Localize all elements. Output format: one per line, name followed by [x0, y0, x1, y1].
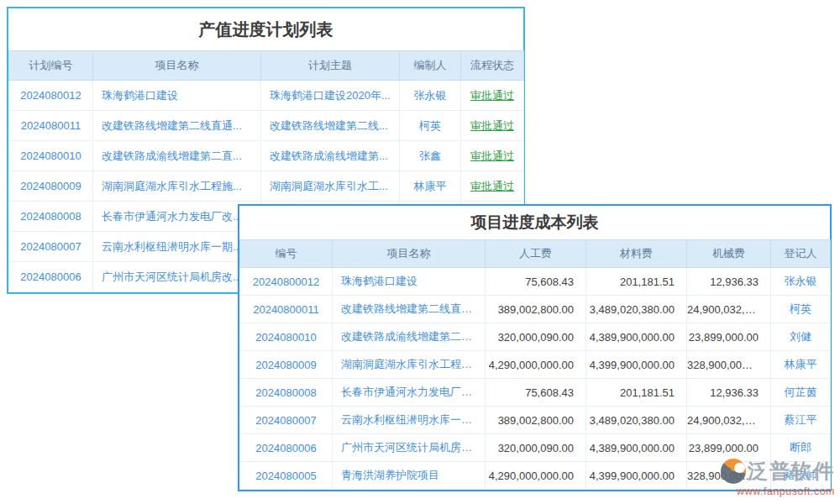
- material-cost: 3,489,020,380.00: [586, 407, 687, 434]
- plan-preparer: 林康平: [400, 171, 461, 202]
- plan-project-link[interactable]: 改建铁路线增建第二线直通...: [93, 111, 261, 141]
- plan-project-link[interactable]: 云南水利枢纽潜明水库一期...: [93, 232, 261, 262]
- registrant: 刘健: [771, 323, 831, 351]
- labor-cost: 320,000,090.00: [486, 323, 586, 351]
- plan-id-link[interactable]: 2024080009: [9, 171, 93, 202]
- labor-cost: 320,000,090.00: [486, 434, 586, 462]
- plan-project-link[interactable]: 湖南洞庭湖水库引水工程施...: [93, 171, 261, 202]
- plan-preparer: 张鑫: [400, 141, 461, 171]
- plan-subject-link[interactable]: 改建铁路成渝线增建第...: [261, 141, 400, 171]
- cost-table: 编号 项目名称 人工费 材料费 机械费 登记人 20240800012 珠海鹤港…: [239, 239, 831, 490]
- table-row: 20240800012 珠海鹤港口建设 75,608.43 201,181.51…: [240, 268, 831, 296]
- plan-project-link[interactable]: 改建铁路成渝线增建第二直...: [93, 141, 261, 171]
- cost-col-id: 编号: [240, 240, 333, 268]
- plan-col-status: 流程状态: [461, 51, 524, 81]
- cost-project-link[interactable]: 云南水利枢纽潜明水库一期工...: [333, 407, 486, 434]
- cost-project-link[interactable]: 改建铁路线增建第二线直通线...: [333, 296, 486, 323]
- registrant: 林康平: [771, 351, 831, 379]
- plan-subject-link[interactable]: 珠海鹤港口建设2020年...: [261, 81, 400, 111]
- plan-status-link[interactable]: 审批通过: [461, 81, 524, 111]
- machine-cost: 12,936.33: [687, 379, 771, 407]
- labor-cost: 75,608.43: [486, 268, 586, 296]
- plan-list-title: 产值进度计划列表: [8, 8, 523, 50]
- registrant: 断郎: [771, 434, 831, 462]
- table-row: 2024080007 云南水利枢纽潜明水库一期工... 389,002,800.…: [240, 407, 831, 434]
- plan-col-subject: 计划主题: [261, 51, 400, 81]
- page: 产值进度计划列表 计划编号 项目名称 计划主题 编制人 流程状态 2024080…: [0, 0, 840, 504]
- plan-subject-link[interactable]: 湖南洞庭湖水库引水工...: [261, 171, 400, 202]
- plan-status-link[interactable]: 审批通过: [461, 171, 524, 202]
- material-cost: 3,489,020,380.00: [586, 296, 687, 323]
- plan-col-project: 项目名称: [93, 51, 261, 81]
- table-row: 2024080010 改建铁路成渝线增建第二直通... 320,000,090.…: [240, 323, 831, 351]
- registrant: 张永银: [771, 268, 831, 296]
- cost-list-title: 项目进度成本列表: [239, 206, 830, 239]
- table-row: 2024080011 改建铁路线增建第二线直通... 改建铁路线增建第二线...…: [9, 111, 524, 141]
- cost-list-card: 项目进度成本列表 编号 项目名称 人工费 材料费 机械费 登记人 2024080…: [238, 204, 832, 491]
- material-cost: 4,399,900,000.00: [586, 462, 687, 490]
- table-row: 2024080006 广州市天河区统计局机房改造... 320,000,090.…: [240, 434, 831, 462]
- plan-preparer: 柯英: [400, 111, 461, 141]
- plan-preparer: 张永银: [400, 81, 461, 111]
- plan-id-link[interactable]: 2024080010: [9, 141, 93, 171]
- cost-id-link[interactable]: 2024080007: [240, 407, 333, 434]
- plan-status-link[interactable]: 审批通过: [461, 141, 524, 171]
- registrant: 柯英: [771, 296, 831, 323]
- cost-project-link[interactable]: 改建铁路成渝线增建第二直通...: [333, 323, 486, 351]
- plan-id-link[interactable]: 2024080011: [9, 111, 93, 141]
- cost-project-link[interactable]: 长春市伊通河水力发电厂改建...: [333, 379, 486, 407]
- plan-status-link[interactable]: 审批通过: [461, 111, 524, 141]
- table-row: 2024080009 湖南洞庭湖水库引水工程施... 湖南洞庭湖水库引水工...…: [9, 171, 524, 202]
- cost-id-link[interactable]: 2024080010: [240, 323, 333, 351]
- machine-cost: 23,899,000.00: [687, 323, 771, 351]
- plan-project-link[interactable]: 广州市天河区统计局机房改...: [93, 262, 261, 292]
- cost-project-link[interactable]: 青海洪湖养护院项目: [333, 462, 486, 490]
- plan-id-link[interactable]: 2024080008: [9, 202, 93, 232]
- machine-cost: 23,899,000.00: [687, 434, 771, 462]
- machine-cost: 24,900,032,80...: [687, 296, 771, 323]
- cost-col-material: 材料费: [586, 240, 687, 268]
- cost-col-registrant: 登记人: [771, 240, 831, 268]
- labor-cost: 4,290,000,000.00: [486, 462, 586, 490]
- plan-id-link[interactable]: 2024080006: [9, 262, 93, 292]
- registrant: 何芷茵: [771, 379, 831, 407]
- machine-cost: 12,936.33: [687, 268, 771, 296]
- plan-project-link[interactable]: 珠海鹤港口建设: [93, 81, 261, 111]
- machine-cost: 328,900,000.00: [687, 462, 771, 490]
- material-cost: 201,181.51: [586, 268, 687, 296]
- cost-project-link[interactable]: 广州市天河区统计局机房改造...: [333, 434, 486, 462]
- table-row: 2024080009 湖南洞庭湖水库引水工程施工... 4,290,000,00…: [240, 351, 831, 379]
- cost-id-link[interactable]: 2024080009: [240, 351, 333, 379]
- table-row: 20240800011 改建铁路线增建第二线直通线... 389,002,800…: [240, 296, 831, 323]
- plan-id-link[interactable]: 2024080012: [9, 81, 93, 111]
- cost-project-link[interactable]: 珠海鹤港口建设: [333, 268, 486, 296]
- labor-cost: 75,608.43: [486, 379, 586, 407]
- plan-project-link[interactable]: 长春市伊通河水力发电厂改...: [93, 202, 261, 232]
- cost-id-link[interactable]: 2024080006: [240, 434, 333, 462]
- cost-id-link[interactable]: 2024080008: [240, 379, 333, 407]
- table-row: 2024080008 长春市伊通河水力发电厂改建... 75,608.43 20…: [240, 379, 831, 407]
- material-cost: 4,399,900,000.00: [586, 351, 687, 379]
- material-cost: 4,389,900,000.00: [586, 434, 687, 462]
- cost-col-project: 项目名称: [333, 240, 486, 268]
- table-row: 2024080012 珠海鹤港口建设 珠海鹤港口建设2020年... 张永银 审…: [9, 81, 524, 111]
- cost-col-machine: 机械费: [687, 240, 771, 268]
- plan-subject-link[interactable]: 改建铁路线增建第二线...: [261, 111, 400, 141]
- registrant: 褚练帅: [771, 462, 831, 490]
- plan-id-link[interactable]: 2024080007: [9, 232, 93, 262]
- labor-cost: 389,002,800.00: [486, 407, 586, 434]
- labor-cost: 389,002,800.00: [486, 296, 586, 323]
- material-cost: 4,389,900,000.00: [586, 323, 687, 351]
- plan-col-id: 计划编号: [9, 51, 93, 81]
- cost-project-link[interactable]: 湖南洞庭湖水库引水工程施工...: [333, 351, 486, 379]
- cost-id-link[interactable]: 20240800012: [240, 268, 333, 296]
- machine-cost: 328,900,000.00: [687, 351, 771, 379]
- machine-cost: 24,900,032,80...: [687, 407, 771, 434]
- table-row: 2024080005 青海洪湖养护院项目 4,290,000,000.00 4,…: [240, 462, 831, 490]
- cost-id-link[interactable]: 20240800011: [240, 296, 333, 323]
- material-cost: 201,181.51: [586, 379, 687, 407]
- cost-id-link[interactable]: 2024080005: [240, 462, 333, 490]
- cost-col-labor: 人工费: [486, 240, 586, 268]
- plan-col-preparer: 编制人: [400, 51, 461, 81]
- cost-table-header: 编号 项目名称 人工费 材料费 机械费 登记人: [240, 240, 831, 268]
